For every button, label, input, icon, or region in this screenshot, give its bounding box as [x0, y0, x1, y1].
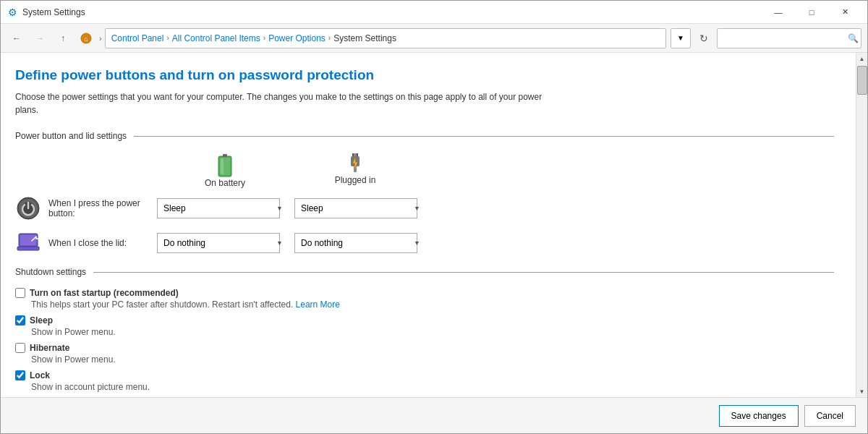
breadcrumb-sep-2: ›: [263, 34, 265, 42]
col-header-battery: On battery: [160, 152, 290, 188]
svg-rect-17: [17, 247, 39, 250]
power-plugged-dropdown[interactable]: Do nothing Sleep Hibernate Shut down Tur…: [294, 198, 417, 218]
home-icon: ⌂: [80, 33, 92, 44]
power-button-row: When I press the power button: Do nothin…: [15, 195, 834, 221]
window-icon: ⚙: [7, 7, 18, 18]
lock-label[interactable]: Lock: [30, 370, 50, 380]
hibernate-row: Hibernate Show in Power menu.: [15, 343, 834, 365]
section2-header: Shutdown settings: [15, 267, 834, 277]
svg-rect-3: [223, 154, 227, 157]
save-button[interactable]: Save changes: [719, 405, 799, 427]
lid-plugged-dropdown[interactable]: Do nothing Sleep Hibernate Shut down Tur…: [294, 233, 417, 253]
page-description: Choose the power settings that you want …: [15, 90, 558, 116]
col-header-plugged: Plugged in: [290, 152, 420, 188]
cancel-button[interactable]: Cancel: [804, 405, 856, 427]
content-area: Define power buttons and turn on passwor…: [1, 53, 856, 397]
fast-startup-desc: This helps start your PC faster after sh…: [31, 299, 834, 310]
refresh-button[interactable]: ↻: [694, 28, 714, 48]
bottom-bar: Save changes Cancel: [1, 397, 867, 433]
window-title: System Settings: [22, 7, 762, 17]
back-button[interactable]: ←: [7, 28, 27, 48]
window: ⚙ System Settings — □ ✕ ← → ↑ ⌂ › Contro…: [0, 0, 868, 434]
lock-row: Lock Show in account picture menu.: [15, 370, 834, 392]
svg-rect-9: [352, 153, 354, 156]
breadcrumb-sep-3: ›: [328, 34, 331, 42]
section1-header: Power button and lid settings: [15, 131, 834, 141]
scroll-down-button[interactable]: ▼: [856, 386, 868, 397]
col-battery-label: On battery: [205, 178, 245, 188]
sleep-desc: Show in Power menu.: [31, 327, 834, 337]
power-battery-dropdown-wrapper: Do nothing Sleep Hibernate Shut down Tur…: [157, 198, 287, 218]
fast-startup-label-row: Turn on fast startup (recommended): [15, 288, 834, 298]
section2-line: [93, 272, 834, 273]
lid-battery-dropdown[interactable]: Do nothing Sleep Hibernate Shut down Tur…: [157, 233, 280, 253]
power-plugged-dropdown-wrapper: Do nothing Sleep Hibernate Shut down Tur…: [294, 198, 425, 218]
breadcrumb-control-panel[interactable]: Control Panel: [111, 33, 164, 43]
power-circle-icon: [16, 196, 41, 221]
window-controls: — □ ✕: [762, 1, 861, 24]
lock-label-row: Lock: [15, 370, 834, 380]
breadcrumb-system-settings: System Settings: [333, 33, 396, 43]
sleep-row: Sleep Show in Power menu.: [15, 315, 834, 337]
hibernate-label-row: Hibernate: [15, 343, 834, 353]
power-button-icon: [15, 195, 41, 221]
sleep-label-row: Sleep: [15, 315, 834, 326]
up-button[interactable]: ↑: [53, 28, 73, 48]
lock-desc: Show in account picture menu.: [31, 382, 834, 392]
svg-rect-5: [221, 158, 224, 174]
breadcrumb-all-items[interactable]: All Control Panel Items: [172, 33, 260, 43]
col-plugged-label: Plugged in: [335, 175, 376, 185]
breadcrumb-power-options[interactable]: Power Options: [268, 33, 326, 43]
fast-startup-checkbox[interactable]: [15, 288, 25, 298]
page-title: Define power buttons and turn on passwor…: [15, 67, 834, 83]
sleep-label[interactable]: Sleep: [30, 315, 53, 326]
breadcrumb-bar[interactable]: Control Panel › All Control Panel Items …: [105, 28, 666, 48]
column-headers: On battery Plugged in: [15, 152, 834, 188]
hibernate-label[interactable]: Hibernate: [30, 343, 69, 353]
forward-button[interactable]: →: [30, 28, 50, 48]
svg-rect-16: [20, 235, 36, 245]
minimize-button[interactable]: —: [762, 1, 795, 24]
lock-checkbox[interactable]: [15, 370, 25, 380]
section1-title: Power button and lid settings: [15, 131, 127, 141]
lid-row: When I close the lid: Do nothing Sleep H…: [15, 230, 834, 256]
lid-battery-dropdown-wrapper: Do nothing Sleep Hibernate Shut down Tur…: [157, 233, 287, 253]
svg-text:⌂: ⌂: [84, 35, 88, 43]
svg-rect-10: [357, 153, 358, 156]
section2-title: Shutdown settings: [15, 267, 86, 277]
lid-laptop-icon: [16, 231, 41, 255]
lid-plugged-dropdown-wrapper: Do nothing Sleep Hibernate Shut down Tur…: [294, 233, 425, 253]
search-container: 🔍: [717, 28, 861, 48]
fast-startup-row: Turn on fast startup (recommended) This …: [15, 288, 834, 310]
section1-line: [134, 136, 834, 137]
hibernate-checkbox[interactable]: [15, 343, 25, 353]
close-button[interactable]: ✕: [828, 1, 861, 24]
breadcrumb-separator-home: ›: [99, 34, 102, 43]
fast-startup-label[interactable]: Turn on fast startup (recommended): [30, 288, 179, 298]
scrollbar: ▲ ▼: [856, 53, 867, 397]
home-button[interactable]: ⌂: [76, 28, 96, 48]
main-area: Define power buttons and turn on passwor…: [1, 53, 867, 397]
maximize-button[interactable]: □: [795, 1, 828, 24]
breadcrumb-sep-1: ›: [166, 34, 169, 42]
power-battery-dropdown[interactable]: Do nothing Sleep Hibernate Shut down Tur…: [157, 198, 280, 218]
search-button[interactable]: 🔍: [848, 33, 859, 43]
sleep-checkbox[interactable]: [15, 315, 25, 326]
learn-more-link[interactable]: Learn More: [296, 299, 340, 310]
lid-icon-container: [15, 230, 41, 256]
scroll-thumb[interactable]: [857, 66, 867, 95]
battery-icon: [216, 152, 234, 178]
lid-label: When I close the lid:: [48, 238, 157, 248]
scroll-up-button[interactable]: ▲: [856, 53, 868, 64]
breadcrumb-dropdown-button[interactable]: ▼: [671, 28, 691, 48]
search-input[interactable]: [717, 28, 861, 48]
hibernate-desc: Show in Power menu.: [31, 354, 834, 365]
plugged-in-icon: [342, 152, 368, 175]
title-bar: ⚙ System Settings — □ ✕: [1, 1, 867, 24]
power-button-label: When I press the power button:: [48, 198, 157, 218]
address-bar: ← → ↑ ⌂ › Control Panel › All Control Pa…: [1, 24, 867, 53]
